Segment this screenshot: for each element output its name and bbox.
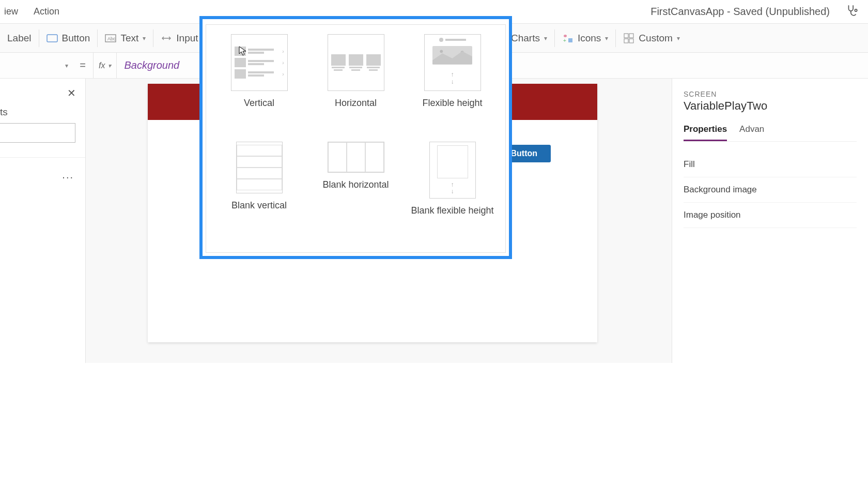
gallery-option-label: Blank vertical — [231, 200, 287, 211]
chevron-down-icon: ▾ — [108, 62, 111, 69]
chevron-down-icon: ▾ — [605, 35, 608, 42]
svg-rect-17 — [624, 34, 628, 38]
blank-horizontal-thumb — [328, 142, 384, 173]
gallery-options-grid: › › › Vertical Horizontal — [206, 24, 506, 253]
ribbon-label[interactable]: Label — [0, 24, 39, 52]
svg-rect-1 — [47, 35, 57, 42]
prop-background-image[interactable]: Background image — [684, 177, 857, 203]
gallery-option-vertical[interactable]: › › › Vertical — [213, 34, 305, 132]
chevron-down-icon: ▾ — [143, 35, 146, 42]
gallery-option-label: Vertical — [244, 97, 274, 109]
text-icon: Abc — [105, 33, 116, 44]
svg-point-0 — [855, 9, 857, 11]
app-checker-icon[interactable] — [845, 4, 859, 20]
menu-item-view[interactable]: iew — [4, 6, 18, 17]
close-icon[interactable]: ✕ — [67, 87, 76, 99]
menu-item-action[interactable]: Action — [34, 6, 59, 17]
svg-text:+: + — [563, 38, 566, 43]
tree-section-label: ts — [0, 107, 85, 118]
chevron-down-icon: ▾ — [677, 35, 680, 42]
chevron-down-icon: ▾ — [544, 35, 547, 42]
icons-icon: + — [562, 33, 574, 44]
input-icon — [161, 33, 172, 44]
more-icon[interactable]: ··· — [62, 171, 74, 183]
ribbon-button[interactable]: Button — [39, 24, 98, 52]
prop-fill[interactable]: Fill — [684, 152, 857, 177]
vertical-thumb: › › › — [231, 34, 288, 91]
ribbon-text-button: Button — [62, 33, 90, 44]
gallery-option-horizontal[interactable]: Horizontal — [310, 34, 401, 132]
blank-flexible-thumb: ↑↓ — [429, 142, 476, 199]
divider — [0, 157, 85, 158]
blank-vertical-thumb — [236, 142, 283, 193]
svg-rect-18 — [629, 34, 633, 38]
fx-label: fx — [99, 61, 105, 70]
ribbon-text-charts: Charts — [511, 33, 540, 44]
ribbon-text-icons: Icons — [578, 33, 601, 44]
svg-rect-19 — [624, 39, 628, 43]
app-title: FirstCanvasApp - Saved (Unpublished) — [650, 6, 830, 18]
gallery-option-label: Horizontal — [335, 97, 377, 109]
gallery-option-label: Blank horizontal — [322, 179, 389, 191]
ribbon-custom[interactable]: Custom ▾ — [616, 24, 687, 52]
ribbon-icons[interactable]: + Icons ▾ — [555, 24, 615, 52]
svg-point-21 — [440, 50, 443, 53]
ribbon-text-input: Input — [176, 33, 198, 44]
tree-search-input[interactable] — [0, 123, 75, 143]
tree-panel: ✕ ts ··· — [0, 79, 86, 363]
gallery-option-blank-horizontal[interactable]: Blank horizontal — [310, 142, 401, 240]
ribbon-text-text: Text — [120, 33, 138, 44]
equals-sign: = — [72, 59, 93, 71]
gallery-option-blank-flexible[interactable]: ↑↓ Blank flexible height — [407, 142, 498, 240]
gallery-option-label: Flexible height — [422, 97, 482, 109]
svg-rect-20 — [629, 39, 633, 43]
ribbon-text-custom: Custom — [639, 33, 672, 44]
button-icon — [47, 33, 58, 44]
properties-category: SCREEN — [684, 90, 857, 98]
tab-advanced[interactable]: Advan — [739, 121, 764, 141]
cursor-icon — [239, 46, 247, 58]
ribbon-text-label: Label — [7, 33, 32, 44]
custom-icon — [623, 33, 634, 44]
properties-tabs: Properties Advan — [684, 121, 857, 142]
flexible-thumb: ↑↓ — [424, 34, 481, 91]
gallery-dropdown-highlight: › › › Vertical Horizontal — [199, 16, 512, 259]
properties-title: VariablePlayTwo — [684, 99, 857, 113]
gallery-option-label: Blank flexible height — [411, 205, 493, 217]
gallery-option-flexible[interactable]: ↑↓ Flexible height — [407, 34, 498, 132]
property-selector[interactable]: ▾ — [0, 62, 72, 69]
svg-rect-15 — [568, 38, 572, 42]
prop-image-position[interactable]: Image position — [684, 203, 857, 228]
tab-properties[interactable]: Properties — [684, 121, 727, 141]
gallery-option-blank-vertical[interactable]: Blank vertical — [213, 142, 305, 240]
ribbon-text[interactable]: Abc Text ▾ — [98, 24, 153, 52]
properties-panel: SCREEN VariablePlayTwo Properties Advan … — [672, 79, 868, 363]
svg-text:Abc: Abc — [107, 36, 116, 41]
fx-button[interactable]: fx ▾ — [93, 53, 117, 78]
chevron-down-icon: ▾ — [65, 62, 68, 69]
horizontal-thumb — [328, 34, 384, 91]
